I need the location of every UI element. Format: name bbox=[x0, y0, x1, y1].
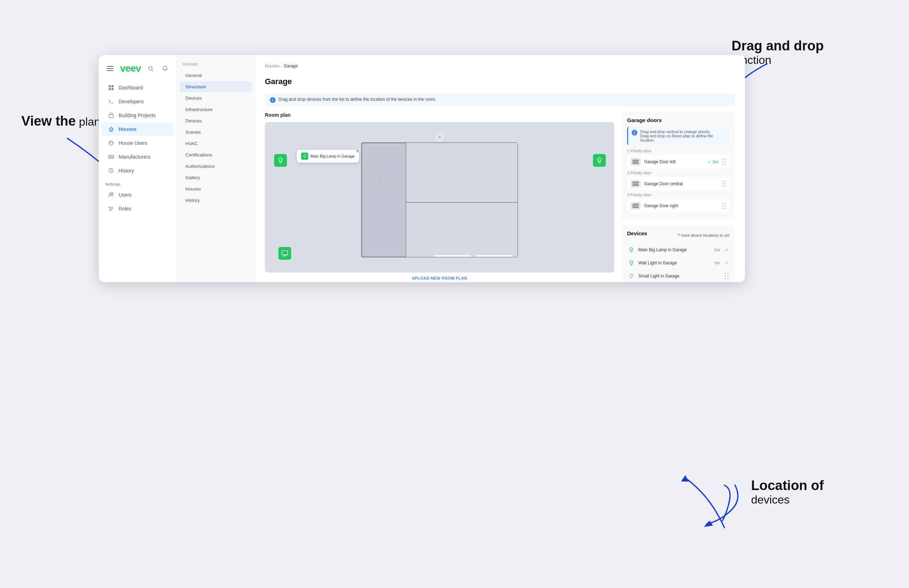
secondary-nav-houses[interactable]: Houses bbox=[180, 183, 252, 194]
device-1-icon bbox=[628, 246, 635, 254]
svg-point-16 bbox=[109, 141, 113, 145]
device-2-icon bbox=[628, 259, 635, 267]
developers-icon bbox=[108, 98, 114, 105]
devices-more-info: 7 more device locations to set bbox=[678, 233, 729, 237]
door-3-icon bbox=[631, 202, 641, 210]
door-1-drag-handle[interactable] bbox=[722, 158, 726, 165]
sidebar-item-label: Houses bbox=[119, 126, 137, 132]
secondary-nav: Houses General Structure Devices Infrast… bbox=[177, 55, 255, 282]
sidebar-item-label: House Users bbox=[119, 140, 147, 146]
svg-rect-17 bbox=[108, 155, 114, 158]
priority-2-label: 2 Priority door bbox=[627, 171, 729, 175]
svg-line-7 bbox=[152, 69, 154, 71]
device-3-name: Small Light in Garage bbox=[639, 274, 721, 279]
svg-rect-13 bbox=[109, 115, 113, 118]
sidebar-item-label: Roles bbox=[119, 206, 131, 212]
svg-rect-11 bbox=[108, 88, 111, 90]
history-icon bbox=[108, 168, 114, 174]
device-2-set: Set bbox=[714, 261, 720, 265]
svg-rect-5 bbox=[107, 70, 113, 71]
priority-1-label: 1 Priority door bbox=[627, 149, 729, 153]
sidebar: veev bbox=[99, 55, 177, 282]
device-3-icon bbox=[628, 273, 635, 279]
hamburger-icon[interactable] bbox=[105, 63, 115, 73]
tooltip-text: Main Big Lamp in Garage bbox=[311, 154, 355, 158]
location-annotation: Location of devices bbox=[751, 478, 824, 506]
svg-point-8 bbox=[164, 70, 165, 71]
plan-add-button[interactable]: + bbox=[435, 133, 444, 141]
users-icon bbox=[108, 192, 114, 198]
secondary-nav-authorizations[interactable]: Authorizations bbox=[180, 161, 252, 172]
info-icon: i bbox=[270, 97, 275, 103]
notification-icon[interactable] bbox=[160, 63, 170, 73]
plan-device-lamp-left[interactable] bbox=[274, 154, 287, 167]
room-plan-section: Room plan bbox=[265, 112, 614, 282]
svg-rect-3 bbox=[107, 66, 113, 67]
sidebar-item-houses[interactable]: Houses bbox=[102, 123, 174, 136]
drag-drop-info: i Drag and drop vertical to change prior… bbox=[627, 127, 729, 145]
sidebar-item-roles[interactable]: Roles bbox=[102, 202, 174, 215]
sidebar-action-icons bbox=[146, 63, 170, 73]
svg-rect-29 bbox=[406, 143, 518, 257]
door-1-name: Garage Door left bbox=[644, 159, 704, 164]
sidebar-item-label: Manufacturers bbox=[119, 154, 150, 160]
secondary-nav-gallery[interactable]: Gallery bbox=[180, 172, 252, 183]
device-3-drag-handle[interactable] bbox=[725, 273, 729, 279]
sidebar-item-dashboard[interactable]: Dashboard bbox=[102, 81, 174, 94]
priority-3-label: 3 Priority door bbox=[627, 193, 729, 197]
sidebar-item-manufacturers[interactable]: Manufacturers bbox=[102, 150, 174, 163]
device-1-set: Set bbox=[714, 248, 720, 252]
secondary-nav-history[interactable]: History bbox=[180, 195, 252, 206]
arrow-location-devices bbox=[696, 481, 746, 528]
secondary-nav-general[interactable]: General bbox=[180, 70, 252, 81]
main-content: Houses › Garage Garage i Drag and drop d… bbox=[255, 55, 745, 282]
device-1-name: Main Big Lamp in Garage bbox=[639, 247, 710, 252]
garage-doors-section: Garage doors i Drag and drop vertical to… bbox=[621, 112, 735, 220]
sidebar-item-label: History bbox=[119, 168, 134, 173]
secondary-nav-infrastructure[interactable]: Infrastructure bbox=[180, 104, 252, 115]
upload-room-plan-button[interactable]: UPLOAD NEW ROOM PLAN bbox=[265, 273, 614, 282]
secondary-nav-devices2[interactable]: Devices bbox=[180, 115, 252, 126]
svg-point-34 bbox=[280, 159, 281, 160]
dashboard-icon bbox=[108, 84, 114, 91]
device-item-3: Small Light in Garage bbox=[627, 270, 729, 282]
sidebar-item-history[interactable]: History bbox=[102, 164, 174, 178]
svg-marker-2 bbox=[681, 475, 689, 481]
roles-icon bbox=[108, 205, 114, 212]
room-plan-canvas[interactable]: + bbox=[265, 122, 614, 273]
tooltip-close-btn[interactable]: ✕ bbox=[356, 148, 361, 153]
device-2-name: Wall Light in Garage bbox=[639, 260, 710, 265]
svg-point-21 bbox=[109, 193, 112, 195]
manufacturers-icon bbox=[108, 153, 114, 160]
door-2-drag-handle[interactable] bbox=[722, 181, 726, 187]
sidebar-item-users[interactable]: Users bbox=[102, 188, 174, 202]
door-item-3: Garage Door right bbox=[627, 199, 729, 213]
sidebar-item-house-users[interactable]: House Users bbox=[102, 136, 174, 150]
secondary-nav-scenes[interactable]: Scenes bbox=[180, 127, 252, 138]
building-icon bbox=[108, 112, 114, 118]
svg-rect-4 bbox=[107, 68, 113, 69]
device-item-2: Wall Light in Garage Set ✓ bbox=[627, 257, 729, 270]
sidebar-item-developers[interactable]: Developers bbox=[102, 95, 174, 108]
devices-title: Devices bbox=[627, 230, 647, 236]
search-icon[interactable] bbox=[146, 63, 156, 73]
view-plan-annotation: View the plan bbox=[21, 113, 100, 129]
plan-device-monitor[interactable] bbox=[278, 247, 291, 260]
sidebar-header: veev bbox=[99, 58, 176, 79]
secondary-nav-hvac[interactable]: HVAC bbox=[180, 138, 252, 149]
secondary-nav-devices[interactable]: Devices bbox=[180, 93, 252, 103]
door-2-name: Garage Door central bbox=[644, 181, 718, 186]
door-item-2: Garage Door central bbox=[627, 177, 729, 191]
app-logo: veev bbox=[120, 63, 141, 74]
door-item-1: Garage Door left ✓ Set bbox=[627, 155, 729, 168]
svg-rect-9 bbox=[108, 85, 111, 87]
sidebar-item-label: Developers bbox=[119, 99, 144, 104]
secondary-nav-certifications[interactable]: Certifications bbox=[180, 149, 252, 160]
garage-doors-title: Garage doors bbox=[627, 117, 729, 123]
secondary-nav-structure[interactable]: Structure bbox=[180, 81, 252, 92]
info-banner: i Drag and drop devices from the list to… bbox=[265, 93, 735, 107]
door-3-name: Garage Door right bbox=[644, 204, 718, 208]
plan-device-lamp-right[interactable] bbox=[593, 154, 606, 167]
sidebar-item-building-projects[interactable]: Building Projects bbox=[102, 108, 174, 122]
door-3-drag-handle[interactable] bbox=[722, 203, 726, 209]
